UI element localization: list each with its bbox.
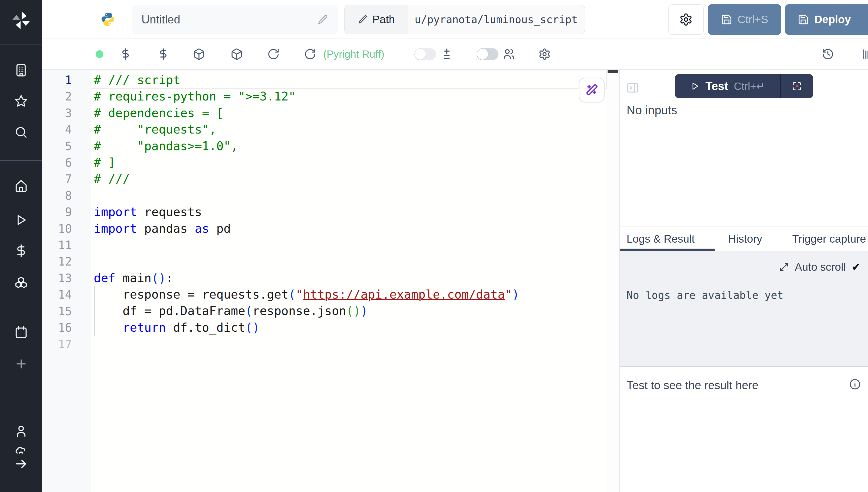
script-title-box[interactable]: Untitled [132, 5, 338, 34]
code-line[interactable]: df = pd.DataFrame(response.json()) [94, 303, 607, 319]
gear-icon [679, 13, 693, 26]
script-title: Untitled [141, 13, 317, 26]
collab-mode-toggle[interactable] [477, 48, 499, 60]
users-icon [503, 48, 515, 60]
save-shortcut-label: Ctrl+S [738, 13, 768, 26]
expand-sidebar-arrow-icon[interactable] [14, 457, 28, 471]
panel-tabs: Logs & Result History Trigger capture [620, 226, 868, 251]
save-icon [798, 14, 809, 25]
diff-mode-toggle[interactable] [414, 48, 436, 60]
code-editor[interactable]: 1234567891011121314151617 # /// script# … [42, 70, 607, 492]
diff-plus-minus-icon [441, 47, 453, 61]
reload-icon[interactable] [304, 48, 316, 60]
logs-area: Auto scroll ✔ No logs are available yet [620, 251, 868, 366]
code-line[interactable]: # "requests", [94, 121, 607, 138]
line-number: 13 [42, 270, 72, 286]
line-number: 16 [42, 319, 72, 336]
variables-dollar-icon[interactable] [157, 48, 170, 60]
collapse-panel-icon[interactable] [626, 81, 639, 94]
line-number: 2 [42, 88, 72, 105]
auto-scroll-label: Auto scroll [795, 261, 846, 273]
windmill-logo-icon[interactable] [10, 9, 32, 31]
save-icon [721, 14, 732, 25]
editor-scrollbar[interactable] [607, 70, 619, 492]
code-line[interactable] [94, 253, 607, 270]
line-number: 10 [42, 221, 72, 237]
test-button[interactable]: Test Ctrl+↵ [675, 74, 813, 98]
search-icon[interactable] [14, 125, 28, 139]
test-shortcut: Ctrl+↵ [734, 80, 765, 92]
line-number: 6 [42, 154, 72, 171]
capture-test-icon[interactable] [781, 81, 813, 92]
expand-icon [779, 262, 789, 272]
assets-dollar-icon[interactable] [119, 48, 132, 60]
home-icon[interactable] [14, 179, 28, 193]
code-line[interactable]: # requires-python = ">=3.12" [94, 88, 607, 105]
tab-trigger-capture[interactable]: Trigger capture [792, 226, 866, 251]
code-line[interactable]: # /// script [94, 72, 607, 88]
editor-toolbar: (Pyright Ruff) [42, 39, 868, 70]
play-icon [691, 81, 700, 91]
lint-status-label: (Pyright Ruff) [323, 48, 384, 60]
line-number: 1 [42, 72, 72, 88]
edit-path-pencil-icon [358, 15, 368, 24]
sidebar-section-divider [0, 160, 42, 161]
code-line[interactable]: response = requests.get("https://api.exa… [94, 286, 607, 303]
line-number: 14 [42, 286, 72, 303]
code-line[interactable]: import requests [94, 204, 607, 220]
no-inputs-label: No inputs [627, 103, 677, 117]
line-number: 3 [42, 105, 72, 121]
package-icon[interactable] [231, 48, 243, 60]
line-number: 7 [42, 171, 72, 187]
code-line[interactable]: return df.to_dict() [94, 319, 607, 336]
resources-boxes-icon[interactable] [14, 276, 28, 290]
path-value[interactable]: u/pyranota/luminous_script [408, 5, 585, 34]
overview-ruler-mark [608, 70, 618, 73]
code-line[interactable]: # ] [94, 154, 607, 171]
add-plus-icon[interactable] [14, 357, 28, 371]
gutter-numbers: 1234567891011121314151617 [42, 72, 72, 352]
library-icon[interactable] [862, 48, 868, 60]
user-account-icon[interactable] [14, 424, 28, 438]
variables-dollar-icon[interactable] [14, 244, 28, 258]
code-line[interactable] [94, 336, 607, 352]
deploy-options-caret[interactable] [859, 4, 868, 35]
line-number: 4 [42, 121, 72, 138]
line-number: 8 [42, 188, 72, 204]
checkmark-icon: ✔ [851, 261, 861, 273]
line-number: 5 [42, 138, 72, 154]
code-line[interactable]: # dependencies = [ [94, 105, 607, 121]
tab-logs-result[interactable]: Logs & Result [627, 226, 695, 251]
code-line[interactable] [94, 188, 607, 204]
tab-history[interactable]: History [728, 226, 762, 251]
runs-play-icon[interactable] [14, 213, 28, 227]
code-line[interactable]: # /// [94, 171, 607, 187]
code-line[interactable]: def main(): [94, 270, 607, 286]
code-line[interactable]: # "pandas>=1.0", [94, 138, 607, 154]
sidebar [0, 0, 42, 492]
path-pill[interactable]: Path u/pyranota/luminous_script [344, 5, 585, 34]
code-line[interactable]: import pandas as pd [94, 221, 607, 237]
edit-title-pencil-icon[interactable] [317, 14, 329, 25]
code-lines[interactable]: # /// script# requires-python = ">=3.12"… [94, 72, 607, 352]
editor-settings-gear-icon[interactable] [538, 48, 551, 60]
top-bar: Untitled Path u/pyranota/luminous_script [42, 0, 868, 39]
code-line[interactable] [94, 237, 607, 253]
cloud-icon [15, 446, 28, 455]
auto-scroll-control[interactable]: Auto scroll ✔ [779, 261, 861, 273]
ai-assistant-button[interactable] [579, 78, 605, 103]
save-draft-button[interactable]: Ctrl+S [708, 4, 781, 35]
schedules-calendar-icon[interactable] [14, 325, 28, 339]
settings-button[interactable] [668, 4, 704, 35]
line-number: 12 [42, 253, 72, 270]
indent-guide [94, 286, 95, 336]
package-icon[interactable] [193, 48, 205, 60]
deploy-button[interactable]: Deploy [785, 4, 868, 35]
result-area: Test to see the result here [620, 367, 868, 492]
history-icon[interactable] [822, 48, 834, 60]
info-icon[interactable] [849, 378, 861, 391]
reload-icon[interactable] [267, 48, 280, 60]
script-editor-page: Untitled Path u/pyranota/luminous_script [0, 0, 868, 492]
workspace-building-icon[interactable] [14, 63, 28, 77]
favorites-star-icon[interactable] [14, 94, 28, 108]
